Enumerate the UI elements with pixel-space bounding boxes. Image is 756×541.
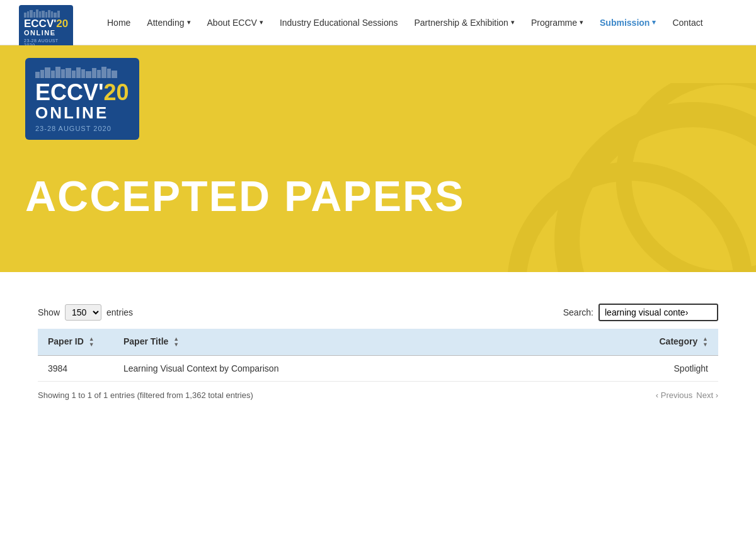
hero-logo-box: ECCV'20 ONLINE 23-28 AUGUST 2020 bbox=[25, 58, 139, 140]
hero-logo-online: ONLINE bbox=[35, 104, 129, 122]
svg-rect-11 bbox=[57, 11, 60, 18]
svg-rect-4 bbox=[36, 9, 38, 18]
svg-rect-25 bbox=[86, 71, 91, 78]
nav-submission[interactable]: Submission ▾ bbox=[593, 14, 662, 31]
programme-chevron-icon: ▾ bbox=[580, 18, 583, 26]
svg-rect-2 bbox=[30, 10, 33, 18]
hero-logo-date: 23-28 AUGUST 2020 bbox=[35, 125, 129, 132]
nav-attending[interactable]: Attending ▾ bbox=[140, 14, 197, 31]
search-input[interactable] bbox=[598, 304, 718, 321]
svg-rect-0 bbox=[24, 13, 26, 18]
nav-home[interactable]: Home bbox=[101, 14, 137, 31]
nav-industry[interactable]: Industry Educational Sessions bbox=[273, 14, 404, 31]
table-row: 3984 Learning Visual Context by Comparis… bbox=[38, 356, 718, 382]
svg-rect-10 bbox=[54, 13, 57, 18]
hero-section: ECCV'20 ONLINE 23-28 AUGUST 2020 ACCEPTE… bbox=[0, 45, 756, 272]
sort-arrows-category[interactable]: ▲▼ bbox=[702, 336, 708, 348]
cell-paper-title: Learning Visual Context by Comparison bbox=[113, 356, 636, 382]
svg-rect-6 bbox=[42, 11, 45, 18]
svg-rect-1 bbox=[27, 11, 29, 18]
search-label: Search: bbox=[563, 307, 593, 317]
svg-rect-19 bbox=[55, 67, 60, 78]
svg-rect-22 bbox=[72, 71, 76, 78]
table-header-row: Paper ID ▲▼ Paper Title ▲▼ Category ▲▼ bbox=[38, 329, 718, 356]
prev-button[interactable]: Previous bbox=[656, 390, 693, 400]
next-button[interactable]: Next bbox=[696, 390, 718, 400]
svg-rect-24 bbox=[81, 69, 85, 78]
col-header-paper-id[interactable]: Paper ID ▲▼ bbox=[38, 329, 113, 356]
nav-partnership[interactable]: Partnership & Exhibition ▾ bbox=[408, 14, 520, 31]
attending-chevron-icon: ▾ bbox=[187, 18, 191, 26]
submission-chevron-icon: ▾ bbox=[652, 18, 656, 26]
hero-title: ACCEPTED PAPERS bbox=[25, 171, 731, 220]
papers-table: Paper ID ▲▼ Paper Title ▲▼ Category ▲▼ 3… bbox=[38, 329, 718, 382]
sort-arrows-title[interactable]: ▲▼ bbox=[173, 336, 179, 348]
svg-rect-20 bbox=[61, 69, 65, 78]
table-info: Showing 1 to 1 of 1 entries (filtered fr… bbox=[38, 390, 253, 400]
about-chevron-icon: ▾ bbox=[260, 18, 263, 26]
nav-links: Home Attending ▾ About ECCV ▾ Industry E… bbox=[101, 14, 737, 31]
cell-category: Spotlight bbox=[636, 356, 718, 382]
hero-skyline-icon bbox=[35, 65, 117, 78]
pagination: Previous Next bbox=[656, 390, 718, 400]
table-footer: Showing 1 to 1 of 1 entries (filtered fr… bbox=[38, 390, 718, 400]
navbar: ECCV'20 ONLINE 23-28 AUGUST 2020 Home At… bbox=[0, 0, 756, 45]
hero-logo-eccv: ECCV'20 bbox=[35, 81, 129, 104]
nav-about-eccv[interactable]: About ECCV ▾ bbox=[201, 14, 270, 31]
svg-rect-3 bbox=[33, 12, 35, 18]
svg-rect-26 bbox=[92, 68, 96, 78]
svg-rect-16 bbox=[40, 70, 44, 78]
svg-rect-15 bbox=[35, 72, 40, 78]
entries-select[interactable]: 10 25 50 100 150 bbox=[65, 304, 101, 321]
svg-rect-23 bbox=[76, 67, 81, 78]
sort-arrows-id[interactable]: ▲▼ bbox=[89, 336, 94, 348]
col-header-paper-title[interactable]: Paper Title ▲▼ bbox=[113, 329, 636, 356]
svg-rect-18 bbox=[51, 71, 55, 78]
partnership-chevron-icon: ▾ bbox=[511, 18, 515, 26]
cell-paper-id: 3984 bbox=[38, 356, 113, 382]
nav-programme[interactable]: Programme ▾ bbox=[525, 14, 590, 31]
entries-label: entries bbox=[106, 307, 133, 317]
svg-rect-29 bbox=[107, 69, 111, 78]
svg-rect-8 bbox=[48, 10, 50, 18]
svg-rect-17 bbox=[45, 67, 50, 78]
svg-rect-21 bbox=[66, 68, 71, 78]
nav-contact[interactable]: Contact bbox=[666, 14, 709, 31]
search-box: Search: bbox=[563, 304, 718, 321]
main-content: Show 10 25 50 100 150 entries Search: Pa… bbox=[19, 272, 737, 425]
svg-rect-28 bbox=[101, 67, 106, 78]
svg-rect-5 bbox=[39, 11, 41, 18]
svg-rect-9 bbox=[51, 11, 53, 18]
svg-rect-7 bbox=[45, 12, 47, 18]
svg-rect-30 bbox=[112, 71, 117, 78]
nav-logo[interactable]: ECCV'20 ONLINE 23-28 AUGUST 2020 bbox=[19, 5, 63, 40]
table-controls: Show 10 25 50 100 150 entries Search: bbox=[38, 304, 718, 321]
col-header-category[interactable]: Category ▲▼ bbox=[636, 329, 718, 356]
svg-rect-27 bbox=[97, 70, 101, 78]
show-entries-control: Show 10 25 50 100 150 entries bbox=[38, 304, 133, 321]
show-label: Show bbox=[38, 307, 60, 317]
